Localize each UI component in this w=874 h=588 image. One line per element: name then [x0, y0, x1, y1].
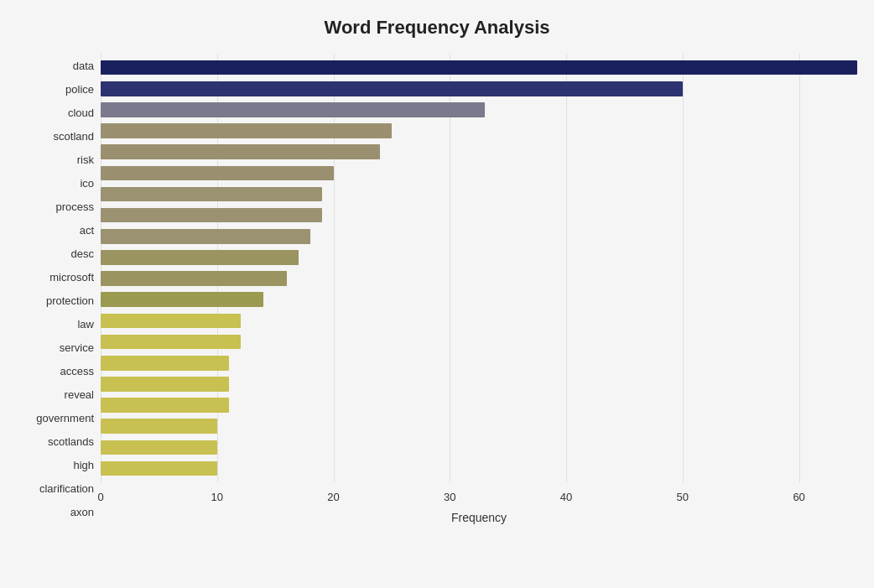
chart-area: datapolicecloudscotlandriskicoprocessact… [17, 54, 857, 524]
x-tick: 40 [560, 491, 572, 503]
bar [101, 314, 241, 329]
bar-row [101, 331, 857, 352]
bar [101, 356, 229, 371]
bar [101, 102, 485, 117]
bar [101, 271, 287, 286]
y-label: law [77, 319, 94, 330]
bar-row [101, 310, 857, 331]
bar-row [101, 78, 857, 99]
x-tick: 30 [444, 491, 455, 503]
bar-row [101, 57, 857, 78]
bar [101, 398, 229, 413]
x-tick: 60 [793, 491, 804, 503]
y-label: scotland [54, 131, 94, 142]
x-axis-label: Frequency [101, 511, 857, 524]
y-label: access [60, 366, 94, 377]
bar [101, 377, 229, 392]
bar [101, 208, 322, 223]
bars-container [101, 54, 857, 482]
y-label: clarification [39, 483, 94, 494]
bar-row [101, 163, 857, 184]
bar [101, 123, 392, 138]
bar-row [101, 268, 857, 289]
bar [101, 187, 322, 202]
bottom-section: 0102030405060 Frequency [101, 486, 857, 524]
bar [101, 419, 217, 434]
bar [101, 144, 380, 159]
x-tick: 20 [327, 491, 339, 503]
x-tick: 50 [677, 491, 689, 503]
bar-row [101, 142, 857, 163]
bar-row [101, 247, 857, 268]
bar [101, 60, 857, 75]
y-label: microsoft [49, 272, 94, 283]
bar-row [101, 458, 857, 479]
x-axis: 0102030405060 [101, 491, 857, 507]
y-label: government [36, 413, 94, 424]
bar-row [101, 289, 857, 310]
y-label: reveal [65, 389, 94, 400]
bar [101, 461, 217, 476]
bar-row [101, 184, 857, 205]
y-label: police [65, 84, 94, 95]
bar-row [101, 416, 857, 437]
bar-row [101, 205, 857, 226]
x-tick: 0 [97, 491, 103, 503]
y-label: cloud [68, 107, 94, 118]
bar-row [101, 352, 857, 373]
bar [101, 166, 334, 181]
bar-row [101, 437, 857, 458]
y-label: data [73, 60, 94, 71]
x-tick: 10 [211, 491, 223, 503]
bar-row [101, 99, 857, 120]
bar-row [101, 373, 857, 394]
bar-row [101, 226, 857, 247]
y-label: risk [77, 154, 94, 165]
chart-container: Word Frequency Analysis datapoliceclouds… [0, 0, 874, 588]
bar-row [101, 395, 857, 416]
y-label: service [60, 342, 94, 353]
y-label: scotlands [48, 436, 94, 447]
y-label: protection [46, 295, 94, 306]
chart-title: Word Frequency Analysis [17, 17, 857, 39]
bar [101, 81, 683, 96]
bars-and-grid: 0102030405060 Frequency [101, 54, 857, 524]
bar [101, 440, 217, 455]
y-label: desc [71, 248, 94, 259]
bar [101, 335, 241, 350]
y-label: ico [80, 178, 94, 189]
bar [101, 292, 263, 307]
y-label: act [80, 225, 94, 236]
bar-row [101, 120, 857, 141]
y-label: axon [70, 507, 94, 518]
y-labels: datapolicecloudscotlandriskicoprocessact… [17, 54, 101, 524]
bar [101, 229, 310, 244]
y-label: process [55, 201, 94, 212]
grid-and-bars [101, 54, 857, 482]
bar [101, 250, 299, 265]
y-label: high [73, 460, 94, 471]
